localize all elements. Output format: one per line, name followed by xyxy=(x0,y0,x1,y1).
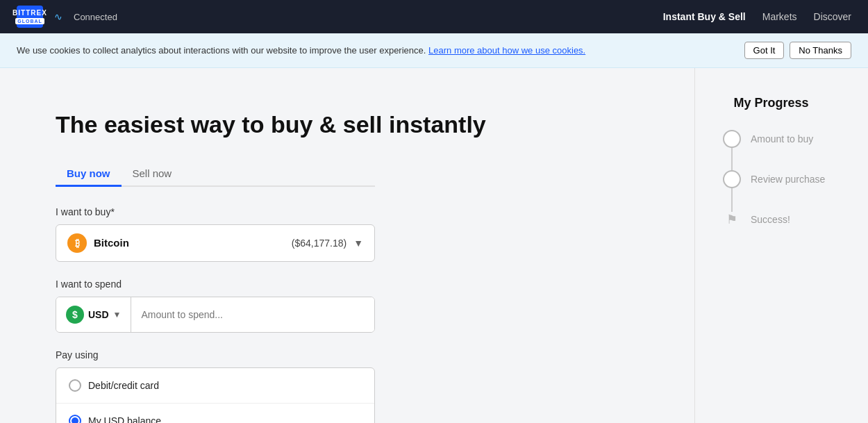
cookie-learn-more[interactable]: Learn more about how we use cookies. xyxy=(428,45,585,56)
crypto-name: Bitcoin xyxy=(94,237,285,249)
step-connector-2 xyxy=(731,187,733,212)
pay-using-group: Pay using Debit/credit card My USD balan… xyxy=(56,349,375,424)
logo-text-bottom: GLOBAL xyxy=(15,18,44,24)
step-label-3: Success! xyxy=(751,214,790,225)
want-to-buy-group: I want to buy* ₿ Bitcoin ($64,177.18) ▼ xyxy=(56,206,375,262)
want-to-spend-group: I want to spend $ USD ▼ xyxy=(56,279,375,333)
pay-using-label: Pay using xyxy=(56,349,375,360)
currency-selector[interactable]: $ USD ▼ xyxy=(56,297,131,332)
no-thanks-button[interactable]: No Thanks xyxy=(790,42,851,59)
step-success: ⚑ Success! xyxy=(723,210,790,229)
step-review-purchase: Review purchase xyxy=(723,170,825,188)
step-amount-to-buy: Amount to buy xyxy=(723,130,813,148)
usd-balance-label: My USD balance xyxy=(88,415,161,424)
hero-title: The easiest way to buy & sell instantly xyxy=(56,110,639,140)
want-to-buy-label: I want to buy* xyxy=(56,206,375,217)
currency-label: USD xyxy=(88,309,109,320)
nav-instant-buy-sell[interactable]: Instant Buy & Sell xyxy=(663,11,746,22)
cookie-text: We use cookies to collect analytics abou… xyxy=(17,45,739,56)
bitcoin-icon: ₿ xyxy=(67,233,87,253)
currency-chevron-icon: ▼ xyxy=(113,310,122,320)
got-it-button[interactable]: Got It xyxy=(744,42,785,59)
pay-using-box: Debit/credit card My USD balance xyxy=(56,367,375,424)
payment-option-debit[interactable]: Debit/credit card xyxy=(56,368,374,404)
nav-markets[interactable]: Markets xyxy=(762,11,797,22)
tabs: Buy now Sell now xyxy=(56,162,375,187)
tab-sell-now[interactable]: Sell now xyxy=(122,162,183,187)
content-area: The easiest way to buy & sell instantly … xyxy=(0,68,694,423)
step-label-2: Review purchase xyxy=(751,174,825,185)
crypto-selector[interactable]: ₿ Bitcoin ($64,177.18) ▼ xyxy=(56,224,375,262)
radio-debit[interactable] xyxy=(69,379,81,392)
spend-input-wrap: $ USD ▼ xyxy=(56,297,375,333)
sidebar-title: My Progress xyxy=(712,96,831,110)
amount-input[interactable] xyxy=(131,297,374,332)
logo-text-top: BITTREX xyxy=(12,10,47,17)
chevron-down-icon: ▼ xyxy=(353,238,363,249)
main-layout: The easiest way to buy & sell instantly … xyxy=(0,68,868,423)
connected-status: Connected xyxy=(74,12,117,22)
step-circle-2 xyxy=(723,170,741,188)
header: BITTREX GLOBAL ∿ Connected Instant Buy &… xyxy=(0,0,868,33)
debit-label: Debit/credit card xyxy=(88,380,159,391)
sidebar: My Progress Amount to buy Review purchas… xyxy=(694,68,847,423)
progress-steps: Amount to buy Review purchase ⚑ Success! xyxy=(712,130,831,229)
step-connector-1 xyxy=(731,147,733,172)
tab-buy-now[interactable]: Buy now xyxy=(56,162,122,187)
header-nav: Instant Buy & Sell Markets Discover xyxy=(663,11,851,22)
cookie-banner: We use cookies to collect analytics abou… xyxy=(0,33,868,68)
logo-box: BITTREX GLOBAL xyxy=(17,6,43,28)
nav-discover[interactable]: Discover xyxy=(814,11,851,22)
logo: BITTREX GLOBAL xyxy=(17,6,43,28)
crypto-price: ($64,177.18) xyxy=(292,238,347,249)
radio-usd[interactable] xyxy=(69,415,81,424)
payment-option-usd[interactable]: My USD balance xyxy=(56,404,374,424)
step-circle-1 xyxy=(723,130,741,148)
step-label-1: Amount to buy xyxy=(751,133,813,144)
flag-icon: ⚑ xyxy=(723,210,741,229)
wifi-icon: ∿ xyxy=(54,11,62,22)
want-to-spend-label: I want to spend xyxy=(56,279,375,290)
usd-icon: $ xyxy=(66,306,84,324)
